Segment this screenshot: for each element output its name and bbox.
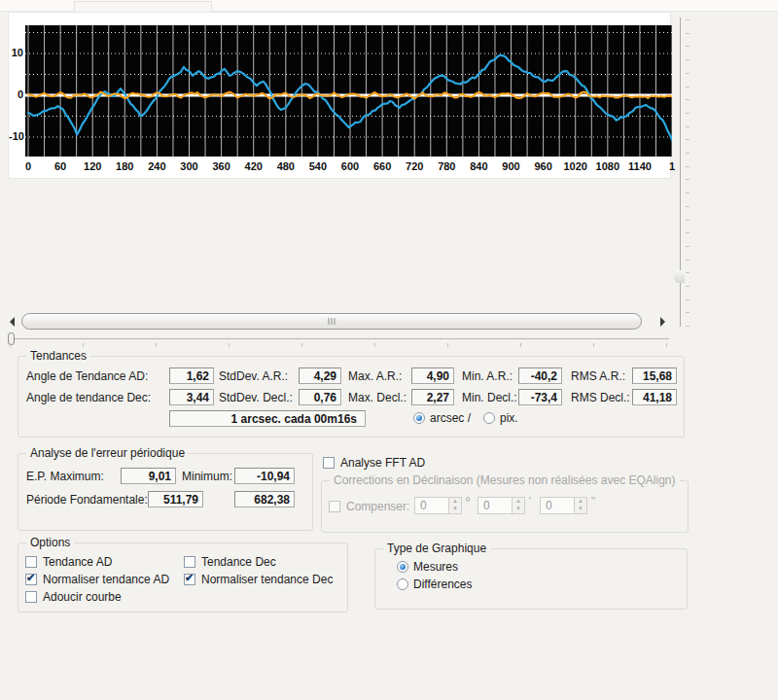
x-tick-label: 240	[140, 160, 173, 172]
periode-value-1: 511,79	[148, 491, 203, 508]
y-tick-label: -10	[9, 130, 23, 142]
mesures-radio[interactable]	[397, 561, 408, 573]
pe-chart-plot[interactable]	[25, 25, 672, 157]
x-tick-label: 1080	[591, 160, 624, 172]
slider-tick	[686, 139, 690, 140]
slider-tick	[686, 179, 690, 180]
slider-tick	[229, 343, 230, 347]
slider-tick	[686, 232, 690, 233]
tendance-dec-label[interactable]: Tendance Dec	[201, 555, 276, 569]
y-tick-label: 10	[9, 47, 23, 58]
analyse-fft-checkbox[interactable]	[323, 457, 335, 469]
scroll-left-arrow-icon[interactable]	[10, 317, 15, 327]
analyse-fft-label[interactable]: Analyse FFT AD	[340, 456, 425, 470]
slider-tick	[10, 343, 11, 347]
slider-tick	[686, 99, 690, 100]
stat-label: Angle de Tendance AD:	[26, 369, 148, 383]
slider-tick	[686, 153, 690, 154]
scroll-right-arrow-icon[interactable]	[660, 317, 665, 327]
slider-tick	[666, 343, 667, 347]
slider-tick	[686, 73, 690, 74]
x-axis-labels: 0601201802403003604204805406006607207808…	[25, 160, 672, 176]
compenser-checkbox	[329, 501, 340, 512]
stat-label: Max. Decl.:	[348, 391, 407, 404]
slider-tick	[686, 220, 690, 221]
mesures-radio-label[interactable]: Mesures	[413, 560, 458, 574]
periode-value-2: 682,38	[234, 491, 295, 508]
stat-value: 4,90	[411, 368, 454, 384]
cutoff-top-box	[74, 1, 212, 12]
stat-value: 15,68	[632, 368, 677, 384]
spinner-updown-icon: ▲▼	[575, 497, 587, 514]
x-tick-label: 480	[269, 160, 302, 172]
slider-tick	[593, 343, 594, 347]
adoucir-courbe-checkbox[interactable]	[25, 591, 37, 603]
compenser-label: Compenser:	[346, 500, 409, 513]
pix-radio[interactable]	[483, 412, 495, 424]
stat-label: Min. Decl.:	[462, 391, 517, 404]
adoucir-courbe-label[interactable]: Adoucir courbe	[43, 590, 122, 604]
type-graphique-group-title: Type de Graphique	[383, 542, 490, 555]
scrollbar-thumb[interactable]	[21, 313, 642, 330]
offset-slider-track	[10, 338, 669, 339]
sample-rate-box: 1 arcsec. cada 00m16s	[169, 410, 366, 427]
stat-value: -73,4	[518, 389, 562, 405]
compenser-degrees-spinner: 0 ▲▼	[414, 497, 462, 514]
tendances-group: Tendances Angle de Tendance AD: 1,62 Std…	[18, 356, 685, 438]
differences-radio[interactable]	[397, 578, 408, 590]
slider-tick	[686, 192, 690, 193]
offset-slider[interactable]	[8, 332, 671, 349]
x-tick-label: 960	[527, 160, 560, 172]
x-tick-label: 720	[398, 160, 431, 172]
x-tick-label: 360	[205, 160, 238, 172]
slider-tick	[520, 343, 521, 347]
ep-max-label: E.P. Maximum:	[26, 470, 104, 483]
x-tick-label: 420	[237, 160, 270, 172]
slider-tick	[686, 33, 690, 34]
differences-radio-label[interactable]: Différences	[413, 578, 472, 591]
slider-tick	[686, 166, 690, 167]
normaliser-ad-label[interactable]: Normaliser tendance AD	[43, 573, 169, 586]
stat-label: StdDev. Decl.:	[219, 391, 293, 404]
normaliser-dec-label[interactable]: Normaliser tendance Dec	[201, 573, 333, 586]
slider-tick	[686, 272, 690, 273]
x-tick-label: 900	[495, 160, 528, 172]
spinner-updown-icon: ▲▼	[513, 497, 525, 514]
tendance-dec-checkbox[interactable]	[184, 556, 195, 568]
arcsec-radio-label[interactable]: arcsec /	[430, 411, 471, 425]
x-tick-label: 540	[301, 160, 335, 172]
slider-tick	[686, 246, 690, 247]
tendance-ad-checkbox[interactable]	[25, 556, 37, 568]
pix-radio-label[interactable]: pix.	[500, 411, 518, 425]
chart-panel: 0601201802403003604204805406006607207808…	[8, 12, 671, 179]
normaliser-dec-checkbox[interactable]	[184, 574, 195, 585]
x-tick-label: 0	[12, 160, 45, 172]
tendance-ad-label[interactable]: Tendance AD	[43, 555, 112, 569]
stat-value: 3,44	[169, 389, 214, 405]
periode-label: Période Fondamentale:	[26, 493, 148, 507]
x-tick-label: 660	[366, 160, 399, 172]
slider-tick	[83, 343, 84, 347]
analyse-ep-group: Analyse de l'erreur périodique E.P. Maxi…	[18, 453, 313, 531]
vertical-scale-slider[interactable]	[671, 16, 696, 331]
stat-value: -40,2	[518, 368, 562, 384]
slider-tick	[686, 19, 690, 20]
pe-chart-svg	[25, 25, 672, 157]
normaliser-ad-checkbox[interactable]	[25, 574, 37, 585]
slider-tick	[686, 312, 690, 313]
x-tick-label: 1140	[623, 160, 656, 172]
arcsec-radio[interactable]	[413, 412, 425, 424]
slider-tick	[686, 59, 690, 60]
slider-tick	[686, 286, 690, 287]
slider-tick	[686, 46, 690, 47]
ep-min-label: Minimum:	[182, 470, 232, 483]
vertical-slider-thumb[interactable]	[673, 270, 685, 283]
analyse-ep-group-title: Analyse de l'erreur périodique	[26, 447, 189, 460]
y-tick-label: 0	[9, 88, 23, 100]
x-tick-label: 180	[108, 160, 141, 172]
chart-horizontal-scrollbar[interactable]	[8, 313, 665, 332]
degree-unit: º	[466, 495, 470, 507]
ep-max-value: 9,01	[121, 468, 176, 484]
compenser-minutes-spinner: 0 ▲▼	[477, 497, 525, 514]
x-tick-label: 780	[430, 160, 463, 172]
